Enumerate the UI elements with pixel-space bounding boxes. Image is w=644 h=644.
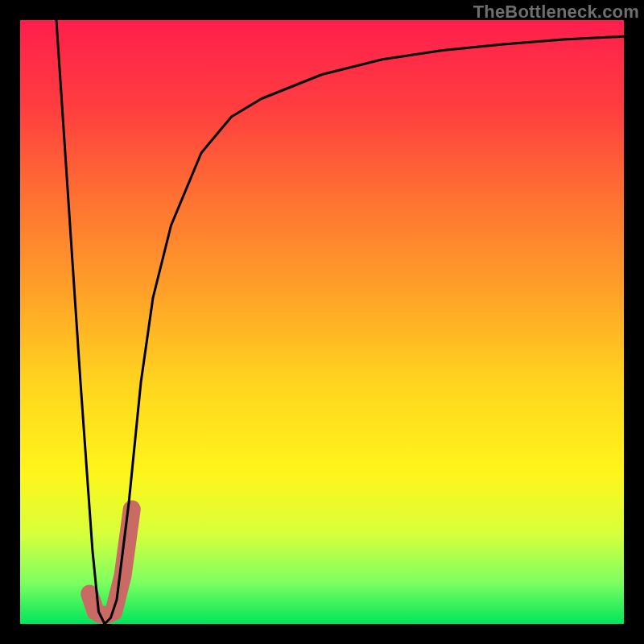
chart-svg [20, 20, 624, 624]
chart-frame: TheBottleneck.com [0, 0, 644, 644]
bottleneck-curve [56, 20, 624, 624]
chart-plot-area [20, 20, 624, 624]
